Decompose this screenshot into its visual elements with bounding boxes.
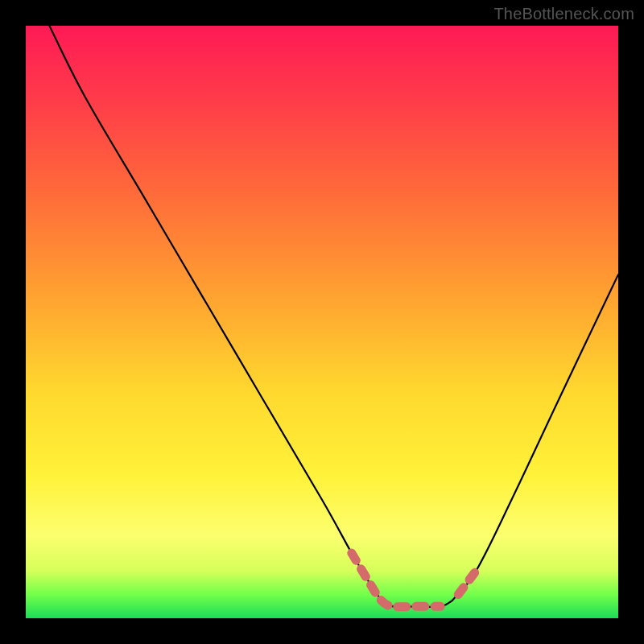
plot-area	[26, 26, 618, 618]
dash-segment-right	[458, 571, 476, 594]
curve-right-branch	[452, 275, 618, 601]
chart-svg	[26, 26, 618, 618]
curve-left-branch	[49, 26, 381, 601]
dash-segment-left	[352, 553, 440, 607]
chart-frame: TheBottleneck.com	[0, 0, 644, 644]
watermark: TheBottleneck.com	[493, 5, 634, 23]
